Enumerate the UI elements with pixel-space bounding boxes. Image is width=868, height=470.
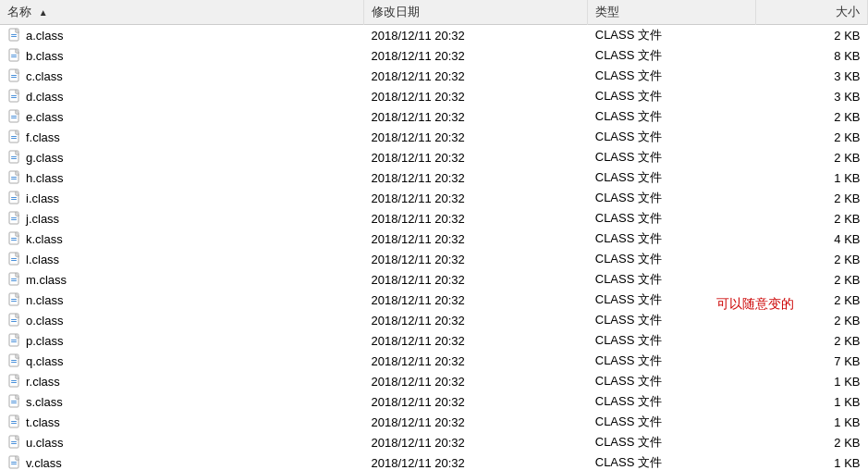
file-type: CLASS 文件 bbox=[588, 229, 756, 249]
file-icon bbox=[7, 353, 22, 368]
col-size[interactable]: 大小 bbox=[755, 0, 867, 25]
file-name-cell: i.class bbox=[0, 188, 364, 208]
file-type: CLASS 文件 bbox=[588, 330, 756, 351]
file-icon bbox=[7, 435, 22, 450]
svg-rect-26 bbox=[11, 199, 17, 200]
file-name: t.class bbox=[26, 415, 60, 429]
file-name-cell: f.class bbox=[0, 127, 364, 147]
col-type[interactable]: 类型 bbox=[588, 0, 756, 25]
file-icon bbox=[7, 109, 22, 124]
svg-rect-49 bbox=[11, 360, 17, 361]
table-row[interactable]: d.class 2018/12/11 20:32 CLASS 文件 3 KB bbox=[0, 86, 868, 106]
file-name: b.class bbox=[26, 49, 63, 63]
file-size: 1 KB bbox=[755, 371, 867, 391]
file-icon bbox=[7, 89, 22, 104]
table-row[interactable]: k.class 2018/12/11 20:32 CLASS 文件 4 KB bbox=[0, 229, 868, 249]
table-row[interactable]: m.class 2018/12/11 20:32 CLASS 文件 2 KB bbox=[0, 269, 868, 290]
svg-rect-37 bbox=[11, 278, 17, 279]
svg-rect-4 bbox=[11, 55, 17, 56]
file-size: 2 KB bbox=[755, 106, 867, 127]
table-row[interactable]: s.class 2018/12/11 20:32 CLASS 文件 1 KB bbox=[0, 391, 868, 412]
file-type: CLASS 文件 bbox=[588, 127, 756, 147]
file-name-cell: o.class bbox=[0, 310, 364, 330]
table-row[interactable]: u.class 2018/12/11 20:32 CLASS 文件 2 KB bbox=[0, 432, 868, 452]
file-size: 1 KB bbox=[755, 391, 867, 412]
table-row[interactable]: h.class 2018/12/11 20:32 CLASS 文件 1 KB bbox=[0, 167, 868, 188]
file-date: 2018/12/11 20:32 bbox=[364, 432, 588, 452]
svg-rect-25 bbox=[11, 197, 17, 198]
file-name: r.class bbox=[26, 375, 60, 389]
file-type: CLASS 文件 bbox=[588, 25, 756, 46]
file-date: 2018/12/11 20:32 bbox=[364, 229, 588, 249]
svg-rect-38 bbox=[11, 280, 17, 281]
file-icon bbox=[7, 414, 22, 429]
svg-rect-1 bbox=[11, 34, 17, 35]
file-name: m.class bbox=[26, 273, 67, 287]
col-date[interactable]: 修改日期 bbox=[364, 0, 588, 25]
svg-rect-11 bbox=[11, 97, 17, 98]
file-type: CLASS 文件 bbox=[588, 167, 756, 188]
table-row[interactable]: c.class 2018/12/11 20:32 CLASS 文件 3 KB bbox=[0, 66, 868, 86]
svg-rect-28 bbox=[11, 217, 17, 218]
file-type: CLASS 文件 bbox=[588, 412, 756, 432]
table-row[interactable]: p.class 2018/12/11 20:32 CLASS 文件 2 KB bbox=[0, 330, 868, 351]
svg-rect-56 bbox=[11, 402, 17, 403]
svg-rect-7 bbox=[11, 75, 17, 76]
file-name: h.class bbox=[26, 171, 63, 185]
svg-rect-5 bbox=[11, 56, 17, 57]
file-size: 2 KB bbox=[755, 25, 867, 46]
file-type: CLASS 文件 bbox=[588, 208, 756, 229]
file-icon bbox=[7, 394, 22, 409]
svg-rect-34 bbox=[11, 258, 17, 259]
file-type: CLASS 文件 bbox=[588, 432, 756, 452]
file-date: 2018/12/11 20:32 bbox=[364, 452, 588, 470]
file-name: a.class bbox=[26, 29, 63, 43]
file-icon bbox=[7, 231, 22, 246]
svg-rect-62 bbox=[11, 443, 17, 444]
file-date: 2018/12/11 20:32 bbox=[364, 86, 588, 106]
annotation-text: 可以随意变的 bbox=[716, 296, 794, 313]
file-date: 2018/12/11 20:32 bbox=[364, 25, 588, 46]
file-date: 2018/12/11 20:32 bbox=[364, 412, 588, 432]
file-name: e.class bbox=[26, 110, 63, 124]
table-row[interactable]: q.class 2018/12/11 20:32 CLASS 文件 7 KB bbox=[0, 351, 868, 371]
file-date: 2018/12/11 20:32 bbox=[364, 290, 588, 310]
svg-rect-50 bbox=[11, 362, 17, 363]
table-row[interactable]: l.class 2018/12/11 20:32 CLASS 文件 2 KB bbox=[0, 249, 868, 269]
table-row[interactable]: e.class 2018/12/11 20:32 CLASS 文件 2 KB bbox=[0, 106, 868, 127]
sort-indicator: ▲ bbox=[39, 7, 48, 18]
table-row[interactable]: i.class 2018/12/11 20:32 CLASS 文件 2 KB bbox=[0, 188, 868, 208]
file-date: 2018/12/11 20:32 bbox=[364, 45, 588, 66]
file-date: 2018/12/11 20:32 bbox=[364, 249, 588, 269]
file-date: 2018/12/11 20:32 bbox=[364, 330, 588, 351]
file-type: CLASS 文件 bbox=[588, 371, 756, 391]
file-type: CLASS 文件 bbox=[588, 391, 756, 412]
file-date: 2018/12/11 20:32 bbox=[364, 106, 588, 127]
table-row[interactable]: f.class 2018/12/11 20:32 CLASS 文件 2 KB bbox=[0, 127, 868, 147]
svg-rect-52 bbox=[11, 380, 17, 381]
table-row[interactable]: t.class 2018/12/11 20:32 CLASS 文件 1 KB bbox=[0, 412, 868, 432]
table-row[interactable]: g.class 2018/12/11 20:32 CLASS 文件 2 KB bbox=[0, 147, 868, 167]
table-row[interactable]: j.class 2018/12/11 20:32 CLASS 文件 2 KB bbox=[0, 208, 868, 229]
file-size: 7 KB bbox=[755, 351, 867, 371]
file-size: 8 KB bbox=[755, 45, 867, 66]
file-name-cell: d.class bbox=[0, 86, 364, 106]
svg-rect-2 bbox=[11, 36, 17, 37]
col-name[interactable]: 名称 ▲ bbox=[0, 0, 364, 25]
table-row[interactable]: b.class 2018/12/11 20:32 CLASS 文件 8 KB bbox=[0, 45, 868, 66]
table-row[interactable]: o.class 2018/12/11 20:32 CLASS 文件 2 KB bbox=[0, 310, 868, 330]
file-name-cell: p.class bbox=[0, 330, 364, 351]
table-row[interactable]: r.class 2018/12/11 20:32 CLASS 文件 1 KB bbox=[0, 371, 868, 391]
file-size: 1 KB bbox=[755, 452, 867, 470]
svg-rect-16 bbox=[11, 136, 17, 137]
svg-rect-55 bbox=[11, 401, 17, 402]
file-icon bbox=[7, 68, 22, 83]
table-row[interactable]: v.class 2018/12/11 20:32 CLASS 文件 1 KB bbox=[0, 452, 868, 470]
file-size: 2 KB bbox=[755, 188, 867, 208]
file-type: CLASS 文件 bbox=[588, 188, 756, 208]
svg-rect-61 bbox=[11, 441, 17, 442]
file-size: 1 KB bbox=[755, 167, 867, 188]
svg-rect-23 bbox=[11, 179, 17, 179]
svg-rect-32 bbox=[11, 240, 17, 241]
table-row[interactable]: a.class 2018/12/11 20:32 CLASS 文件 2 KB bbox=[0, 25, 868, 46]
